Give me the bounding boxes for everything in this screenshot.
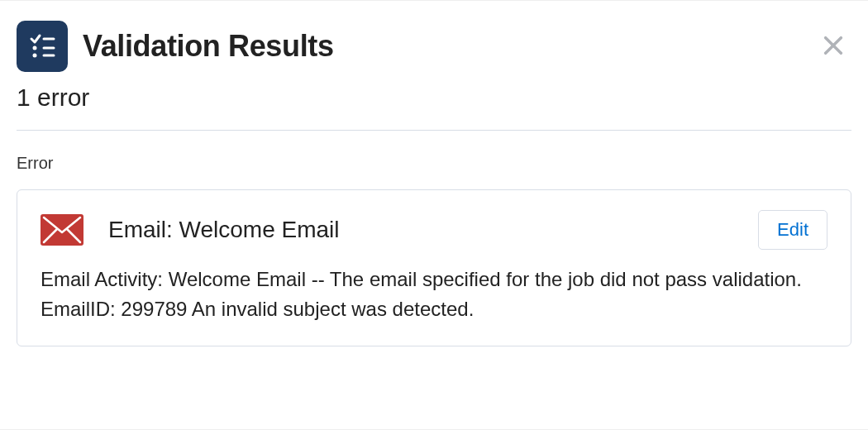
close-button[interactable]: [815, 27, 851, 66]
error-count: 1 error: [17, 84, 851, 112]
modal-header: Validation Results: [17, 21, 851, 72]
email-icon: [41, 214, 83, 246]
error-card-header: Email: Welcome Email Edit: [41, 210, 827, 250]
close-icon: [822, 34, 845, 60]
error-title: Email: Welcome Email: [108, 217, 340, 243]
section-label: Error: [17, 154, 851, 173]
error-card-header-left: Email: Welcome Email: [41, 214, 340, 246]
svg-point-3: [33, 54, 37, 58]
edit-button[interactable]: Edit: [758, 210, 827, 250]
error-message: Email Activity: Welcome Email -- The ema…: [41, 265, 827, 324]
header-left: Validation Results: [17, 21, 334, 72]
validation-list-icon: [17, 21, 68, 72]
svg-point-1: [33, 46, 37, 50]
page-title: Validation Results: [83, 29, 334, 64]
divider: [17, 130, 851, 131]
error-card: Email: Welcome Email Edit Email Activity…: [17, 189, 851, 346]
